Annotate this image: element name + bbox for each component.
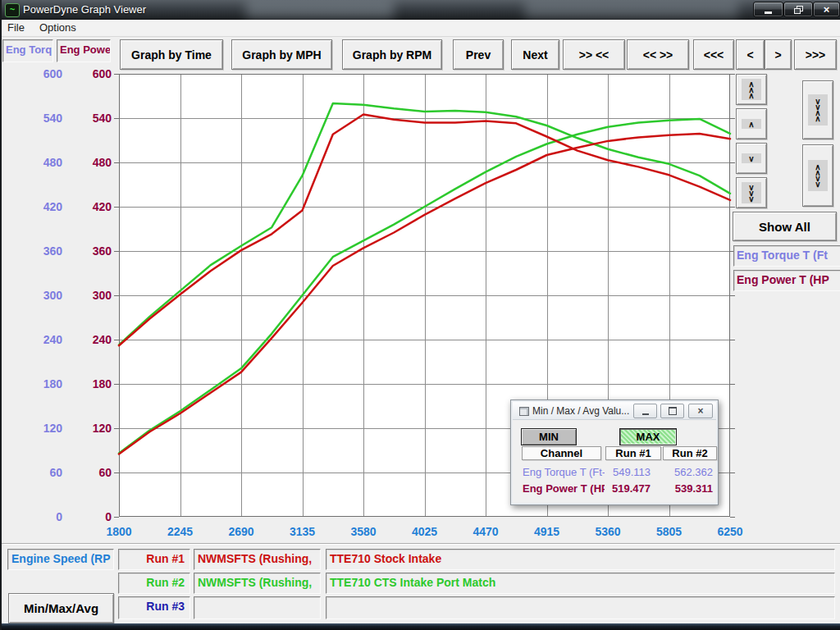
channel-tab-torque[interactable]: Eng Torq	[2, 39, 53, 62]
run-label-text: Run #3	[119, 597, 189, 613]
power-tick-label: 240	[66, 332, 112, 347]
run-comment-field-1[interactable]: TTE710 Stock Intake	[326, 549, 835, 570]
minimize-button[interactable]	[753, 2, 783, 17]
column-header-run-1[interactable]: Run #1	[605, 446, 661, 460]
chevron-glyph: ∧	[748, 93, 754, 98]
power-tick-label: 540	[66, 111, 112, 126]
minmax-window-titlebar[interactable]: Min / Max / Avg Valu... ×	[513, 402, 716, 420]
torque-tick-label: 0	[16, 509, 62, 524]
power-tick-label: 600	[66, 66, 112, 81]
max-toggle-button[interactable]: MAX	[619, 428, 677, 445]
chevron-glyph: ∨	[748, 156, 754, 162]
minmax-row-run2-value: 539.311	[651, 482, 713, 495]
scroll-up-button[interactable]: ∧	[736, 108, 767, 139]
run-name-field-1[interactable]: NWMSFTS (Rushing,	[194, 549, 321, 570]
minmax-window-icon	[519, 407, 529, 416]
close-button[interactable]: ×	[813, 2, 840, 17]
next-button[interactable]: Next	[511, 39, 559, 70]
maximize-icon	[669, 407, 677, 415]
run-label-1: Run #1	[118, 549, 190, 570]
minmax-minimize-button[interactable]	[633, 404, 657, 418]
scroll-left-button[interactable]: <	[736, 39, 765, 70]
minmax-maximize-button[interactable]	[660, 404, 684, 418]
run-name-text	[194, 597, 320, 600]
legend-power[interactable]: Eng Power T (HP	[733, 270, 840, 291]
titlebar-glass-reflection	[525, 0, 738, 19]
chevron-glyph: ∧	[815, 116, 820, 121]
run-name-field-2[interactable]: NWMSFTS (Rushing,	[194, 573, 321, 594]
column-header-run-2[interactable]: Run #2	[663, 446, 717, 460]
minmax-row-run2-value: 562.362	[651, 466, 713, 478]
chevron-icon: ∨∨∨	[742, 182, 760, 203]
powerdyne-window: ~ PowerDyne Graph Viewer × FileOptions E…	[0, 0, 840, 630]
run-comment-field-3[interactable]	[326, 596, 835, 619]
scroll-far-right-button[interactable]: >>>	[794, 39, 837, 70]
torque-tick-label: 600	[16, 66, 62, 81]
channel-tab-label: Eng Powe	[57, 40, 110, 56]
power-tick-label: 300	[66, 288, 112, 303]
zoom-out-x-button[interactable]: << >>	[627, 39, 689, 70]
power-tick-label: 420	[66, 199, 112, 214]
rpm-tick-label: 3135	[278, 524, 327, 539]
rpm-tick-label: 2245	[156, 524, 205, 539]
rpm-tick-label: 4025	[400, 524, 450, 539]
run-name-text: NWMSFTS (Rushing,	[194, 550, 320, 565]
minmaxavg-button[interactable]: Min/Max/Avg	[8, 593, 114, 623]
close-icon: ×	[824, 4, 830, 15]
restore-button[interactable]	[783, 2, 813, 17]
torque-tick-label: 60	[16, 465, 62, 480]
torque-tick-label: 240	[16, 332, 62, 347]
run-comment-field-2[interactable]: TTE710 CTS Intake Port Match	[326, 573, 835, 594]
title-bar[interactable]: ~ PowerDyne Graph Viewer ×	[0, 0, 840, 20]
torque-tick-label: 180	[16, 377, 62, 391]
run-name-field-3[interactable]	[194, 596, 321, 619]
power-tick-label: 360	[66, 244, 112, 258]
chevron-glyph: ∨	[748, 196, 754, 202]
minmax-window[interactable]: Min / Max / Avg Valu... × MIN MAX Channe…	[510, 399, 719, 505]
minmax-row-run1-value: 549.113	[589, 466, 651, 478]
titlebar-glass-reflection	[246, 0, 394, 19]
scroll-far-left-button[interactable]: <<<	[693, 39, 734, 70]
column-header-channel[interactable]: Channel	[522, 446, 601, 460]
x-channel-label: Engine Speed (RP	[8, 550, 113, 565]
compress-scale-button[interactable]: ∨∨∧∧	[802, 80, 833, 139]
minmax-close-button[interactable]: ×	[688, 404, 713, 418]
rpm-tick-label: 4470	[461, 524, 510, 539]
restore-icon	[794, 6, 802, 13]
chevron-icon: ∧	[742, 119, 760, 129]
x-channel-field[interactable]: Engine Speed (RP	[7, 549, 114, 570]
menu-options[interactable]: Options	[32, 20, 84, 34]
torque-tick-label: 420	[16, 199, 62, 214]
rpm-tick-label: 2690	[217, 524, 266, 539]
chevron-icon: ∨	[742, 153, 760, 163]
graph-by-rpm-button[interactable]: Graph by RPM	[342, 39, 442, 70]
power-tick-label: 60	[66, 465, 112, 480]
scroll-down-button[interactable]: ∨	[736, 143, 767, 174]
channel-tab-power[interactable]: Eng Powe	[57, 39, 111, 62]
power-tick-label: 120	[66, 421, 112, 436]
legend-torque[interactable]: Eng Torque T (Ft	[733, 245, 840, 267]
prev-button[interactable]: Prev	[453, 39, 504, 70]
run-comment-text: TTE710 CTS Intake Port Match	[326, 573, 834, 589]
scroll-right-button[interactable]: >	[765, 39, 792, 70]
graph-by-time-button[interactable]: Graph by Time	[120, 39, 223, 70]
zoom-in-x-button[interactable]: >> <<	[563, 39, 625, 70]
scroll-bottom-button[interactable]: ∨∨∨	[736, 177, 767, 208]
torque-tick-label: 120	[16, 421, 62, 436]
menu-bar: FileOptions	[0, 20, 840, 37]
expand-scale-button[interactable]: ∧∧∨∨	[802, 144, 833, 207]
window-title: PowerDyne Graph Viewer	[23, 3, 146, 16]
scroll-top-button[interactable]: ∧∧∧	[736, 74, 767, 105]
min-toggle-button[interactable]: MIN	[521, 428, 577, 445]
graph-by-mph-button[interactable]: Graph by MPH	[231, 39, 332, 70]
minimize-icon	[765, 11, 772, 14]
rpm-tick-label: 5360	[583, 524, 632, 539]
run-label-2: Run #2	[118, 573, 190, 594]
menu-file[interactable]: File	[0, 20, 32, 34]
rpm-tick-label: 1800	[94, 524, 144, 539]
minmax-window-title: Min / Max / Avg Valu...	[532, 405, 629, 417]
power-tick-label: 480	[66, 155, 112, 170]
show-all-button[interactable]: Show All	[733, 212, 837, 241]
torque-tick-label: 480	[16, 155, 62, 170]
channel-tab-label: Eng Torq	[3, 40, 52, 56]
